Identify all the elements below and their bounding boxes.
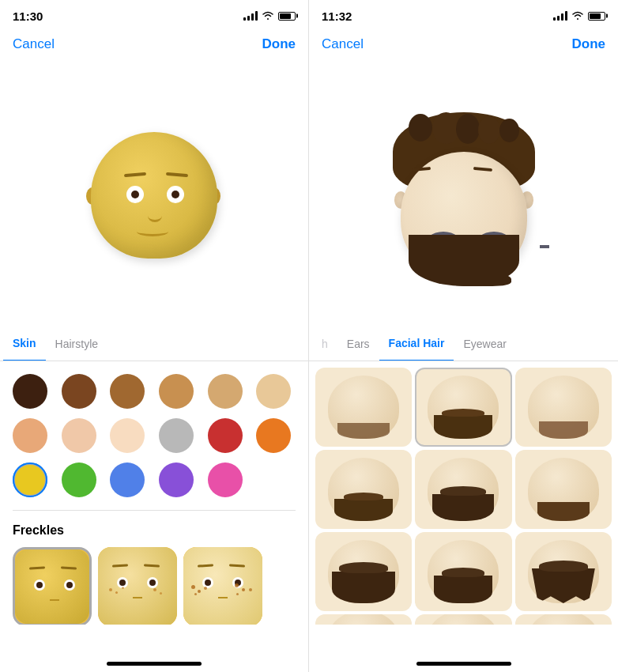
tab-ears[interactable]: Ears <box>337 327 379 361</box>
freckles-label: Freckles <box>0 517 308 541</box>
right-avatar-beard <box>409 235 519 286</box>
right-done-button[interactable]: Done <box>572 36 606 52</box>
left-status-time: 11:30 <box>13 9 43 23</box>
left-cancel-button[interactable]: Cancel <box>13 36 55 52</box>
left-panel: 11:30 Cancel Done <box>0 0 309 672</box>
left-signal-icon <box>243 11 258 21</box>
divider-1 <box>13 510 296 511</box>
tab-partial[interactable]: h <box>312 327 337 361</box>
color-swatch-11[interactable] <box>208 418 243 453</box>
left-mouth <box>137 227 168 236</box>
left-status-icons <box>243 10 296 22</box>
color-swatch-1[interactable] <box>13 374 47 409</box>
facial-hair-grid <box>309 361 618 625</box>
color-swatch-5[interactable] <box>208 374 243 409</box>
color-swatch-9[interactable] <box>110 418 145 453</box>
color-swatch-2[interactable] <box>62 374 96 409</box>
left-status-bar: 11:30 <box>0 0 308 28</box>
left-bottom-bar <box>0 625 308 672</box>
freckle-option-1[interactable] <box>13 547 92 625</box>
color-swatch-grid <box>0 361 308 504</box>
right-scroll-indicator <box>416 662 511 666</box>
color-swatch-3[interactable] <box>110 374 145 409</box>
color-swatch-4[interactable] <box>159 374 194 409</box>
right-avatar-area <box>309 63 618 327</box>
tab-facial-hair[interactable]: Facial Hair <box>379 327 454 361</box>
fh-item-2[interactable] <box>415 368 511 447</box>
color-swatch-13[interactable] <box>13 462 47 497</box>
right-status-time: 11:32 <box>322 9 352 23</box>
fh-item-1[interactable] <box>315 368 412 447</box>
right-signal-icon <box>553 11 567 21</box>
fh-item-10[interactable] <box>315 614 412 625</box>
color-swatch-14[interactable] <box>62 462 96 497</box>
left-eyebrow-left <box>124 172 146 176</box>
left-avatar-face <box>91 132 217 259</box>
right-panel: 11:32 Cancel Done <box>309 0 618 672</box>
right-cancel-button[interactable]: Cancel <box>322 36 364 52</box>
left-eyebrow-right <box>166 172 188 176</box>
right-battery-icon <box>588 12 605 21</box>
left-tabs: Skin Hairstyle <box>0 327 308 361</box>
right-eyebrow-right <box>473 166 492 171</box>
left-scroll-indicator <box>107 662 202 666</box>
color-swatch-12[interactable] <box>256 418 291 453</box>
tab-skin[interactable]: Skin <box>3 327 46 361</box>
left-done-button[interactable]: Done <box>262 36 296 52</box>
freckles-grid <box>0 541 308 625</box>
left-wifi-icon <box>262 10 274 22</box>
tab-hairstyle[interactable]: Hairstyle <box>46 327 107 361</box>
tab-eyewear[interactable]: Eyewear <box>454 327 515 361</box>
left-nav-bar: Cancel Done <box>0 28 308 63</box>
left-eye-right <box>167 186 184 203</box>
left-content: Freckles <box>0 361 308 625</box>
color-swatch-10[interactable] <box>159 418 194 453</box>
freckle-option-3[interactable] <box>183 547 262 625</box>
right-status-icons <box>553 10 605 22</box>
right-content <box>309 361 618 625</box>
fh-item-11[interactable] <box>415 614 511 625</box>
fh-item-4[interactable] <box>315 450 412 529</box>
color-swatch-7[interactable] <box>13 418 47 453</box>
color-swatch-16[interactable] <box>159 462 194 497</box>
freckle-option-2[interactable] <box>98 547 177 625</box>
color-swatch-15[interactable] <box>110 462 145 497</box>
right-avatar <box>385 104 543 286</box>
right-tabs: h Ears Facial Hair Eyewear <box>309 327 618 361</box>
left-eye-left <box>126 186 144 203</box>
fh-item-3[interactable] <box>515 368 612 447</box>
color-swatch-6[interactable] <box>256 374 291 409</box>
right-status-bar: 11:32 <box>309 0 618 28</box>
fh-item-8[interactable] <box>415 532 511 611</box>
left-avatar-area <box>0 63 308 327</box>
fh-item-12[interactable] <box>515 614 612 625</box>
fh-item-7[interactable] <box>315 532 412 611</box>
right-nav-bar: Cancel Done <box>309 28 618 63</box>
color-swatch-17[interactable] <box>208 462 243 497</box>
fh-item-9[interactable] <box>515 532 612 611</box>
fh-item-5[interactable] <box>415 450 511 529</box>
right-bottom-bar <box>309 625 618 672</box>
left-battery-icon <box>278 12 296 21</box>
left-avatar <box>83 124 225 266</box>
fh-item-6[interactable] <box>515 450 612 529</box>
left-nose <box>148 210 162 222</box>
right-wifi-icon <box>571 10 584 22</box>
color-swatch-8[interactable] <box>62 418 96 453</box>
